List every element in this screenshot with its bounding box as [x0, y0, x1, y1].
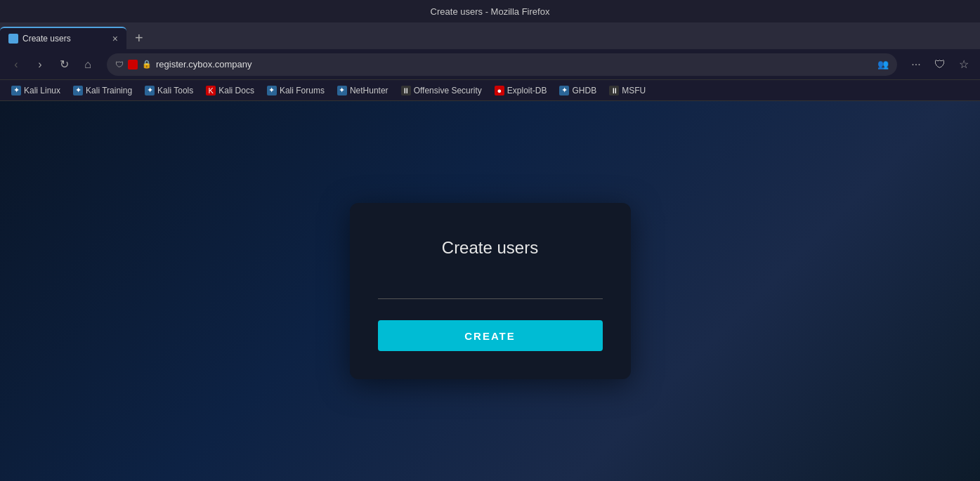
kali-training-favicon: ✦ [73, 86, 83, 95]
title-bar: Create users - Mozilla Firefox [0, 0, 980, 22]
bookmark-star-icon: ☆ [959, 58, 969, 71]
active-tab[interactable]: Create users × [0, 27, 126, 49]
bookmark-exploit-db-label: Exploit-DB [507, 86, 547, 95]
bookmark-kali-forums[interactable]: ✦ Kali Forums [261, 84, 330, 97]
bookmarks-bar: ✦ Kali Linux ✦ Kali Training ✦ Kali Tool… [0, 80, 980, 101]
exploit-db-favicon: ● [495, 86, 504, 95]
bookmark-msfu[interactable]: ⏸ MSFU [603, 84, 651, 97]
kali-linux-favicon: ✦ [11, 86, 21, 95]
offensive-security-favicon: ⏸ [401, 86, 411, 95]
username-field-container [378, 279, 603, 299]
toolbar: ‹ › ↻ ⌂ 🛡 🔒 👥 ··· 🛡 [0, 49, 980, 80]
back-button[interactable]: ‹ [6, 54, 27, 75]
bookmark-kali-tools[interactable]: ✦ Kali Tools [139, 84, 199, 97]
toolbar-right: ··· 🛡 ☆ [906, 54, 974, 75]
lock-icon: 🔒 [142, 60, 152, 69]
more-icon: ··· [911, 58, 920, 71]
nethunter-favicon: ✦ [337, 86, 347, 95]
window-title: Create users - Mozilla Firefox [431, 6, 550, 17]
create-button[interactable]: CREATE [378, 320, 603, 351]
bookmark-nethunter[interactable]: ✦ NetHunter [332, 84, 394, 97]
ghdb-favicon: ✦ [559, 86, 569, 95]
tab-close-button[interactable]: × [112, 33, 118, 44]
home-icon: ⌂ [84, 58, 91, 71]
form-title: Create users [442, 238, 538, 258]
kali-forums-favicon: ✦ [267, 86, 277, 95]
bookmark-msfu-label: MSFU [622, 86, 646, 95]
more-options-button[interactable]: ··· [906, 54, 927, 75]
pocket-button[interactable]: 🛡 [929, 54, 950, 75]
forward-icon: › [38, 58, 41, 71]
kali-docs-favicon: K [206, 86, 216, 95]
back-icon: ‹ [14, 58, 18, 71]
bookmark-kali-docs[interactable]: K Kali Docs [200, 84, 260, 97]
bookmark-offensive-security[interactable]: ⏸ Offensive Security [396, 84, 488, 97]
page-content: Create users CREATE [0, 101, 980, 481]
bookmark-kali-forums-label: Kali Forums [280, 86, 325, 95]
bookmark-kali-training[interactable]: ✦ Kali Training [67, 84, 138, 97]
bookmark-exploit-db[interactable]: ● Exploit-DB [489, 84, 553, 97]
bookmark-button[interactable]: ☆ [953, 54, 974, 75]
username-input[interactable] [378, 279, 603, 299]
reload-icon: ↻ [60, 58, 69, 71]
bookmark-ghdb[interactable]: ✦ GHDB [554, 84, 602, 97]
create-users-card: Create users CREATE [350, 203, 631, 379]
bookmark-kali-training-label: Kali Training [86, 86, 132, 95]
tab-bar: Create users × + [0, 22, 980, 49]
bookmark-offensive-security-label: Offensive Security [414, 86, 482, 95]
home-button[interactable]: ⌂ [77, 54, 98, 75]
bookmark-kali-docs-label: Kali Docs [218, 86, 254, 95]
new-tab-button[interactable]: + [129, 27, 149, 49]
tab-favicon [8, 34, 18, 44]
msfu-favicon: ⏸ [609, 86, 619, 95]
pocket-icon: 🛡 [934, 58, 946, 71]
address-bar[interactable]: 🛡 🔒 👥 [107, 53, 897, 76]
kali-tools-favicon: ✦ [145, 86, 155, 95]
reload-button[interactable]: ↻ [53, 54, 74, 75]
bookmark-kali-linux[interactable]: ✦ Kali Linux [6, 84, 66, 97]
shield-icon: 🛡 [115, 60, 124, 70]
browser-window: Create users - Mozilla Firefox Create us… [0, 0, 980, 481]
permissions-icon: 👥 [877, 59, 889, 70]
url-input[interactable] [156, 59, 873, 70]
forward-button[interactable]: › [30, 54, 51, 75]
bookmark-ghdb-label: GHDB [572, 86, 596, 95]
bookmark-kali-tools-label: Kali Tools [157, 86, 193, 95]
site-favicon [128, 60, 138, 70]
bookmark-kali-linux-label: Kali Linux [24, 86, 60, 95]
tab-label: Create users [22, 34, 71, 44]
address-bar-icons: 👥 [877, 59, 889, 70]
bookmark-nethunter-label: NetHunter [350, 86, 388, 95]
